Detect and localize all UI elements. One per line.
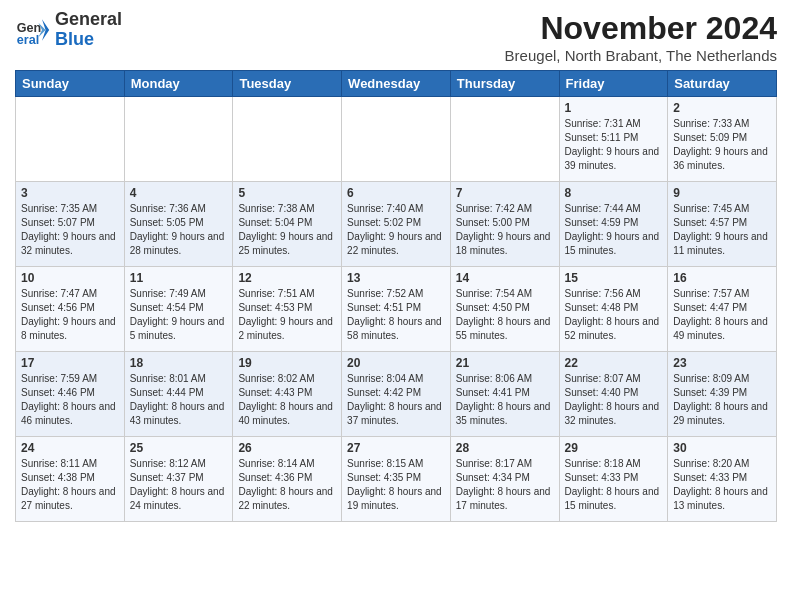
weekday-header-tuesday: Tuesday [233, 71, 342, 97]
calendar-cell-w1-d2 [233, 97, 342, 182]
day-info: Sunrise: 7:31 AMSunset: 5:11 PMDaylight:… [565, 117, 663, 173]
calendar-cell-w3-d2: 12Sunrise: 7:51 AMSunset: 4:53 PMDayligh… [233, 267, 342, 352]
day-number: 7 [456, 186, 554, 200]
location-subtitle: Breugel, North Brabant, The Netherlands [505, 47, 777, 64]
day-number: 4 [130, 186, 228, 200]
day-number: 13 [347, 271, 445, 285]
day-number: 12 [238, 271, 336, 285]
calendar-cell-w1-d0 [16, 97, 125, 182]
day-number: 23 [673, 356, 771, 370]
day-info: Sunrise: 8:04 AMSunset: 4:42 PMDaylight:… [347, 372, 445, 428]
day-info: Sunrise: 7:36 AMSunset: 5:05 PMDaylight:… [130, 202, 228, 258]
day-number: 25 [130, 441, 228, 455]
weekday-header-sunday: Sunday [16, 71, 125, 97]
day-number: 30 [673, 441, 771, 455]
calendar-cell-w4-d0: 17Sunrise: 7:59 AMSunset: 4:46 PMDayligh… [16, 352, 125, 437]
calendar-cell-w2-d3: 6Sunrise: 7:40 AMSunset: 5:02 PMDaylight… [342, 182, 451, 267]
logo-general: General [55, 9, 122, 29]
title-area: November 2024 Breugel, North Brabant, Th… [505, 10, 777, 64]
calendar-cell-w5-d1: 25Sunrise: 8:12 AMSunset: 4:37 PMDayligh… [124, 437, 233, 522]
calendar-cell-w1-d5: 1Sunrise: 7:31 AMSunset: 5:11 PMDaylight… [559, 97, 668, 182]
day-number: 5 [238, 186, 336, 200]
day-info: Sunrise: 8:09 AMSunset: 4:39 PMDaylight:… [673, 372, 771, 428]
day-info: Sunrise: 7:52 AMSunset: 4:51 PMDaylight:… [347, 287, 445, 343]
weekday-header-monday: Monday [124, 71, 233, 97]
weekday-header-row: SundayMondayTuesdayWednesdayThursdayFrid… [16, 71, 777, 97]
weekday-header-saturday: Saturday [668, 71, 777, 97]
day-info: Sunrise: 8:06 AMSunset: 4:41 PMDaylight:… [456, 372, 554, 428]
day-number: 28 [456, 441, 554, 455]
day-number: 15 [565, 271, 663, 285]
logo-icon: Gen eral [15, 12, 51, 48]
day-info: Sunrise: 8:02 AMSunset: 4:43 PMDaylight:… [238, 372, 336, 428]
day-info: Sunrise: 7:40 AMSunset: 5:02 PMDaylight:… [347, 202, 445, 258]
day-number: 19 [238, 356, 336, 370]
day-number: 17 [21, 356, 119, 370]
day-info: Sunrise: 8:01 AMSunset: 4:44 PMDaylight:… [130, 372, 228, 428]
day-info: Sunrise: 7:56 AMSunset: 4:48 PMDaylight:… [565, 287, 663, 343]
calendar-cell-w2-d5: 8Sunrise: 7:44 AMSunset: 4:59 PMDaylight… [559, 182, 668, 267]
weekday-header-wednesday: Wednesday [342, 71, 451, 97]
logo: Gen eral General Blue [15, 10, 122, 50]
calendar-cell-w1-d6: 2Sunrise: 7:33 AMSunset: 5:09 PMDaylight… [668, 97, 777, 182]
day-info: Sunrise: 7:38 AMSunset: 5:04 PMDaylight:… [238, 202, 336, 258]
calendar-cell-w3-d1: 11Sunrise: 7:49 AMSunset: 4:54 PMDayligh… [124, 267, 233, 352]
day-number: 9 [673, 186, 771, 200]
day-info: Sunrise: 7:33 AMSunset: 5:09 PMDaylight:… [673, 117, 771, 173]
week-row-4: 17Sunrise: 7:59 AMSunset: 4:46 PMDayligh… [16, 352, 777, 437]
day-info: Sunrise: 7:59 AMSunset: 4:46 PMDaylight:… [21, 372, 119, 428]
header: Gen eral General Blue November 2024 Breu… [15, 10, 777, 64]
calendar-cell-w3-d4: 14Sunrise: 7:54 AMSunset: 4:50 PMDayligh… [450, 267, 559, 352]
day-info: Sunrise: 7:47 AMSunset: 4:56 PMDaylight:… [21, 287, 119, 343]
day-info: Sunrise: 8:17 AMSunset: 4:34 PMDaylight:… [456, 457, 554, 513]
calendar-cell-w4-d3: 20Sunrise: 8:04 AMSunset: 4:42 PMDayligh… [342, 352, 451, 437]
calendar-cell-w5-d3: 27Sunrise: 8:15 AMSunset: 4:35 PMDayligh… [342, 437, 451, 522]
month-title: November 2024 [505, 10, 777, 47]
calendar-cell-w3-d6: 16Sunrise: 7:57 AMSunset: 4:47 PMDayligh… [668, 267, 777, 352]
day-number: 29 [565, 441, 663, 455]
calendar-cell-w4-d6: 23Sunrise: 8:09 AMSunset: 4:39 PMDayligh… [668, 352, 777, 437]
day-number: 1 [565, 101, 663, 115]
day-info: Sunrise: 7:49 AMSunset: 4:54 PMDaylight:… [130, 287, 228, 343]
week-row-1: 1Sunrise: 7:31 AMSunset: 5:11 PMDaylight… [16, 97, 777, 182]
calendar-cell-w1-d3 [342, 97, 451, 182]
day-info: Sunrise: 8:18 AMSunset: 4:33 PMDaylight:… [565, 457, 663, 513]
calendar-cell-w3-d5: 15Sunrise: 7:56 AMSunset: 4:48 PMDayligh… [559, 267, 668, 352]
calendar-cell-w4-d2: 19Sunrise: 8:02 AMSunset: 4:43 PMDayligh… [233, 352, 342, 437]
day-info: Sunrise: 8:20 AMSunset: 4:33 PMDaylight:… [673, 457, 771, 513]
calendar-cell-w4-d5: 22Sunrise: 8:07 AMSunset: 4:40 PMDayligh… [559, 352, 668, 437]
logo-blue: Blue [55, 29, 94, 49]
calendar-cell-w5-d5: 29Sunrise: 8:18 AMSunset: 4:33 PMDayligh… [559, 437, 668, 522]
day-number: 16 [673, 271, 771, 285]
day-info: Sunrise: 7:45 AMSunset: 4:57 PMDaylight:… [673, 202, 771, 258]
week-row-2: 3Sunrise: 7:35 AMSunset: 5:07 PMDaylight… [16, 182, 777, 267]
calendar-cell-w3-d0: 10Sunrise: 7:47 AMSunset: 4:56 PMDayligh… [16, 267, 125, 352]
day-info: Sunrise: 7:44 AMSunset: 4:59 PMDaylight:… [565, 202, 663, 258]
calendar-cell-w5-d6: 30Sunrise: 8:20 AMSunset: 4:33 PMDayligh… [668, 437, 777, 522]
day-info: Sunrise: 8:15 AMSunset: 4:35 PMDaylight:… [347, 457, 445, 513]
day-number: 18 [130, 356, 228, 370]
calendar-cell-w1-d1 [124, 97, 233, 182]
svg-text:eral: eral [17, 33, 39, 47]
weekday-header-thursday: Thursday [450, 71, 559, 97]
day-info: Sunrise: 7:54 AMSunset: 4:50 PMDaylight:… [456, 287, 554, 343]
calendar-cell-w2-d4: 7Sunrise: 7:42 AMSunset: 5:00 PMDaylight… [450, 182, 559, 267]
logo-text: General Blue [55, 10, 122, 50]
weekday-header-friday: Friday [559, 71, 668, 97]
calendar-cell-w1-d4 [450, 97, 559, 182]
day-info: Sunrise: 8:14 AMSunset: 4:36 PMDaylight:… [238, 457, 336, 513]
day-number: 24 [21, 441, 119, 455]
day-number: 2 [673, 101, 771, 115]
week-row-5: 24Sunrise: 8:11 AMSunset: 4:38 PMDayligh… [16, 437, 777, 522]
calendar-cell-w4-d4: 21Sunrise: 8:06 AMSunset: 4:41 PMDayligh… [450, 352, 559, 437]
calendar-cell-w2-d0: 3Sunrise: 7:35 AMSunset: 5:07 PMDaylight… [16, 182, 125, 267]
day-info: Sunrise: 8:11 AMSunset: 4:38 PMDaylight:… [21, 457, 119, 513]
day-number: 21 [456, 356, 554, 370]
day-number: 11 [130, 271, 228, 285]
day-number: 3 [21, 186, 119, 200]
day-number: 14 [456, 271, 554, 285]
calendar-cell-w5-d0: 24Sunrise: 8:11 AMSunset: 4:38 PMDayligh… [16, 437, 125, 522]
calendar-cell-w2-d2: 5Sunrise: 7:38 AMSunset: 5:04 PMDaylight… [233, 182, 342, 267]
day-number: 10 [21, 271, 119, 285]
week-row-3: 10Sunrise: 7:47 AMSunset: 4:56 PMDayligh… [16, 267, 777, 352]
